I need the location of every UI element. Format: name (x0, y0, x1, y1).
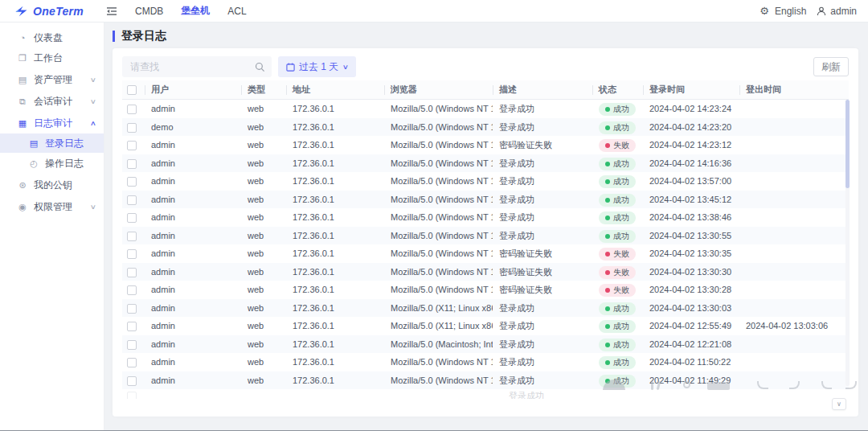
row-checkbox[interactable] (127, 392, 137, 399)
row-checkbox[interactable] (127, 141, 137, 150)
operation-log-icon: ◴ (27, 158, 40, 169)
status-dot (605, 107, 610, 112)
status-dot (605, 125, 610, 130)
cell-logout-time: 2024-04-02 13:03:06 (739, 317, 849, 335)
status-badge: 失败 (599, 284, 636, 297)
row-checkbox[interactable] (127, 177, 137, 187)
cell-description: 登录成功 (493, 208, 592, 227)
status-badge: 成功 (599, 375, 636, 388)
status-badge: 成功 (599, 356, 636, 369)
cell-description: 登录成功 (493, 227, 592, 245)
header-checkbox-cell (122, 80, 145, 99)
brand[interactable]: OneTerm (14, 5, 98, 18)
cell-address: 172.36.0.1 (286, 263, 384, 281)
top-nav-item[interactable]: 堡垒机 (181, 4, 210, 18)
row-checkbox[interactable] (127, 268, 137, 277)
cell-status: 成功 (592, 227, 643, 245)
login-log-icon: ▤ (27, 138, 40, 149)
cell-user: admin (145, 281, 241, 299)
sidebar-item[interactable]: ▤ 资产管理 ∨ (0, 70, 104, 89)
cell-address: 172.36.0.1 (286, 100, 384, 118)
settings-gear-icon[interactable]: ⚙ (760, 5, 769, 17)
cell-description: 密码验证失败 (493, 263, 592, 281)
row-checkbox[interactable] (127, 304, 137, 314)
cell-status: 失败 (592, 244, 643, 263)
row-checkbox[interactable] (127, 232, 137, 241)
sidebar-item[interactable]: ◉ 权限管理 ∨ (0, 197, 104, 216)
cell-browser: Mozilla/5.0 (Windows NT 10.0; W... (384, 118, 493, 137)
cell-address: 172.36.0.1 (286, 244, 384, 263)
sidebar-item[interactable]: ⧉ 会话审计 ∨ (0, 92, 104, 111)
row-checkbox[interactable] (127, 249, 137, 259)
sidebar-subitem[interactable]: ▤ 登录日志 (0, 133, 104, 153)
content-card: 过去 1 天 ∨ 刷新 用户类型地址浏览器描述状态登录时间登出时间 admin … (113, 48, 858, 417)
sidebar-item[interactable]: ◔ 仪表盘 (0, 28, 104, 47)
cell-login-time: 2024-04-02 11:50:22 (643, 353, 739, 371)
sidebar-subitem-label: 操作日志 (45, 157, 84, 170)
top-nav-item[interactable]: CMDB (135, 6, 163, 17)
cell-type: web (241, 154, 286, 173)
row-checkbox[interactable] (127, 322, 137, 331)
row-checkbox[interactable] (127, 195, 137, 205)
table-row: admin web 172.36.0.1 Mozilla/5.0 (Macint… (122, 335, 849, 354)
row-checkbox[interactable] (127, 340, 137, 350)
status-dot (605, 162, 610, 166)
cell-type: web (241, 263, 286, 281)
language-switcher[interactable]: English (775, 6, 806, 17)
cell-browser: Mozilla/5.0 (Windows NT 10.0; W... (384, 263, 493, 281)
cell-description: 密码验证失败 (493, 136, 592, 154)
session-audit-icon: ⧉ (16, 96, 29, 107)
collapse-corner-button[interactable]: ∨ (832, 398, 846, 410)
cell-browser: Mozilla/5.0 (X11; Linux x86_64) A... (384, 299, 493, 318)
cell-description: 登录成功 (493, 299, 592, 318)
date-range-filter[interactable]: 过去 1 天 ∨ (278, 56, 356, 77)
scrollbar-thumb[interactable] (845, 100, 850, 188)
cell-address: 172.36.0.1 (286, 136, 384, 154)
cell-browser: Mozilla/5.0 (Windows NT 10.0; W... (384, 100, 493, 118)
table-row: admin web 172.36.0.1 Mozilla/5.0 (Window… (122, 371, 849, 390)
row-checkbox[interactable] (127, 213, 137, 223)
cell-user: admin (145, 172, 241, 191)
sidebar-item[interactable]: ⊛ 我的公钥 (0, 175, 104, 195)
table-row-partial: 登录成功 (122, 390, 849, 399)
cell-status: 成功 (592, 335, 643, 354)
refresh-button[interactable]: 刷新 (813, 57, 849, 76)
column-header: 登录时间 (643, 80, 739, 99)
sidebar-subitem[interactable]: ◴ 操作日志 (0, 154, 104, 173)
search-icon[interactable] (255, 61, 265, 76)
sidebar-item[interactable]: ❐ 工作台 (0, 48, 104, 68)
cell-browser: Mozilla/5.0 (Windows NT 10.0; W... (384, 172, 493, 191)
cell-browser: Mozilla/5.0 (Windows NT 10.0; W... (384, 208, 493, 227)
search-input[interactable] (122, 56, 272, 77)
sidebar-item[interactable]: ▦ 日志审计 ∧ (0, 113, 104, 133)
cell-status: 成功 (592, 208, 643, 227)
cell-status: 成功 (592, 118, 643, 137)
sidebar-item-label: 工作台 (34, 51, 63, 65)
table-row: admin web 172.36.0.1 Mozilla/5.0 (Window… (122, 263, 849, 281)
row-checkbox[interactable] (127, 285, 137, 295)
row-checkbox[interactable] (127, 358, 137, 367)
user-menu[interactable]: admin (830, 6, 857, 17)
select-all-checkbox[interactable] (127, 85, 137, 95)
status-badge: 成功 (599, 230, 636, 243)
cell-user: admin (145, 317, 241, 335)
top-nav-item[interactable]: ACL (227, 6, 246, 17)
cell-browser: Mozilla/5.0 (Windows NT 10.0; W... (384, 244, 493, 263)
row-checkbox[interactable] (127, 123, 137, 133)
cell-type: web (241, 317, 286, 335)
table-row: demo web 172.36.0.1 Mozilla/5.0 (Windows… (122, 118, 849, 137)
table-scrollbar[interactable] (845, 100, 850, 386)
row-checkbox[interactable] (127, 105, 137, 114)
status-dot (605, 306, 610, 311)
cell-login-time: 2024-04-02 13:30:28 (643, 281, 739, 299)
row-checkbox[interactable] (127, 159, 137, 169)
table-row: admin web 172.36.0.1 Mozilla/5.0 (Window… (122, 353, 849, 371)
cell-browser: Mozilla/5.0 (Windows NT 10.0; W... (384, 154, 493, 173)
log-audit-icon: ▦ (16, 118, 29, 129)
cell-login-time: 2024-04-02 14:23:20 (643, 118, 739, 137)
row-checkbox[interactable] (127, 376, 137, 386)
menu-fold-icon[interactable] (106, 6, 117, 17)
cell-address: 172.36.0.1 (286, 191, 384, 209)
user-icon (817, 6, 826, 16)
top-nav-item-label: ACL (227, 6, 246, 17)
